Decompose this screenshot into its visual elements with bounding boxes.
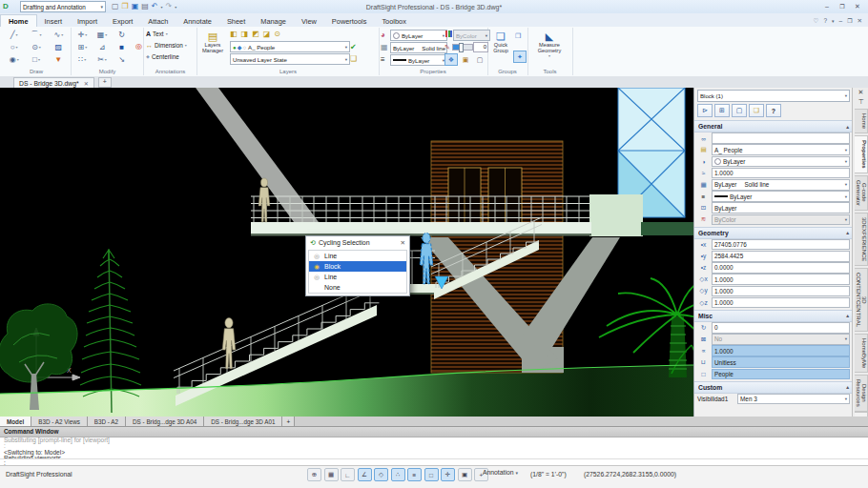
modify-mirror-button[interactable]: ⊿ (93, 41, 113, 53)
ribbon-options-chevron-icon[interactable] (832, 17, 835, 25)
snap-toggle[interactable]: ⊕ (307, 468, 321, 481)
sheet-tab-model[interactable]: Model (0, 417, 31, 426)
line-weight-select[interactable]: ByLayer (712, 191, 850, 202)
help-icon[interactable] (823, 17, 827, 25)
doc-close-button[interactable] (858, 17, 862, 25)
print-icon[interactable]: ▤ (141, 2, 149, 11)
chevron-down-icon[interactable]: ▾ (38, 57, 40, 62)
layer-tool-icon[interactable]: ◪ (263, 29, 271, 39)
close-button[interactable] (853, 3, 862, 10)
popup-item-none[interactable]: None (309, 282, 406, 293)
draw-hatch-button[interactable]: ▨ (48, 41, 70, 53)
sheet-tab-bridge-a04[interactable]: DS - Bridg...dge 3D A04 (126, 417, 204, 426)
edit-block-button[interactable]: ❏ (749, 104, 764, 117)
tab-annotate[interactable]: Annotate (176, 15, 219, 27)
popup-item-line[interactable]: ◎Line (309, 251, 406, 261)
sheet-tab-bridge-a01[interactable]: DS - Bridg...dge 3D A01 (204, 417, 282, 426)
tab-powertools[interactable]: Powertools (324, 15, 375, 27)
tab-home[interactable]: Home (0, 14, 37, 27)
popup-title-bar[interactable]: ⟲ Cycling Selection (306, 236, 409, 249)
document-tab[interactable]: DS - Bridge 3D.dwg* (13, 77, 94, 88)
quick-input-toggle[interactable]: ✛ (441, 468, 455, 481)
transparency-value[interactable]: 0 (473, 42, 488, 52)
layer-select[interactable]: A_ People (712, 144, 850, 155)
chevron-down-icon[interactable]: ▾ (185, 43, 187, 48)
quick-group-button[interactable]: ❏ Quick Group (488, 29, 513, 53)
tab-manage[interactable]: Manage (253, 15, 294, 27)
close-icon[interactable] (84, 80, 89, 87)
strip-tab-home[interactable]: Home (855, 109, 868, 133)
group-toggle[interactable]: ✦ (513, 51, 527, 63)
chevron-down-icon[interactable]: ▾ (17, 57, 19, 62)
tab-toolbox[interactable]: Toolbox (374, 15, 413, 27)
modify-move-button[interactable]: ✛▾ (72, 29, 93, 41)
new-sheet-button[interactable]: + (282, 417, 295, 426)
strip-tab-3dcontentcentral[interactable]: 3D CONTENTCENTRAL (855, 268, 868, 332)
line-color-select[interactable]: ByLayer (712, 156, 850, 168)
draw-arc-button[interactable]: ⌒▾ (25, 29, 47, 41)
chevron-down-icon[interactable]: ▾ (39, 45, 41, 50)
tab-export[interactable]: Export (105, 15, 140, 27)
select-matching-button[interactable]: ▢ (732, 104, 747, 117)
annotation-scale-select[interactable]: Annotation (483, 469, 518, 476)
polar-toggle[interactable]: ∠ (358, 468, 372, 481)
feedback-heart-icon[interactable] (814, 17, 819, 25)
strip-tab-gcode-generator[interactable]: G-code Generator (855, 175, 868, 211)
position-y-field[interactable]: 2584.4425 (712, 251, 850, 262)
help-button[interactable]: ? (766, 104, 781, 117)
chevron-down-icon[interactable]: ▾ (61, 32, 63, 37)
etrack-toggle[interactable]: ∴ (391, 468, 405, 481)
block-name-field[interactable]: People (712, 369, 850, 380)
line-color-select[interactable]: ByLayer (390, 30, 447, 41)
save-file-icon[interactable]: ▣ (132, 2, 139, 11)
chevron-down-icon[interactable]: ▾ (39, 32, 41, 37)
tab-import[interactable]: Import (70, 15, 105, 27)
tab-view[interactable]: View (294, 15, 324, 27)
workspace-select[interactable]: Drafting and Annotation (20, 1, 106, 12)
annotation-scale-toggle[interactable]: ▣ (458, 468, 472, 481)
transparency-toggle[interactable]: □ (424, 468, 439, 481)
block-unit-field[interactable]: Unitless (712, 356, 850, 368)
strip-tab-properties[interactable]: Properties (855, 135, 868, 173)
open-file-icon[interactable]: ❐ (122, 2, 129, 11)
modify-stretch-button[interactable]: ↘ (112, 53, 132, 66)
chevron-down-icon[interactable]: ▾ (105, 57, 107, 62)
tab-insert[interactable]: Insert (37, 15, 70, 27)
draw-circle-button[interactable]: ○▾ (3, 41, 25, 53)
strip-tab-design-resources[interactable]: Design Resources (855, 375, 868, 412)
layer-state-tool-icon[interactable]: ❏ (350, 53, 357, 64)
transparency-slider[interactable] (452, 44, 473, 51)
sheet-toggle[interactable]: ▢ (473, 53, 486, 66)
section-general[interactable]: General (694, 120, 853, 132)
select-entities-button[interactable]: ⊳ (697, 104, 713, 117)
new-file-icon[interactable]: ▢ (112, 2, 119, 11)
chevron-down-icon[interactable]: ▾ (16, 32, 18, 37)
chevron-down-icon[interactable]: ▾ (16, 45, 18, 50)
esnap-toggle[interactable]: ◇ (374, 468, 388, 481)
close-icon[interactable] (401, 239, 405, 247)
draw-polygon-button[interactable]: ▼ (48, 53, 70, 66)
section-geometry[interactable]: Geometry (694, 227, 853, 239)
position-z-field[interactable]: 0.0000 (712, 262, 850, 274)
chevron-down-icon[interactable]: ▾ (85, 32, 87, 37)
entity-selector[interactable]: Block (1) (697, 90, 850, 102)
scale-x-field[interactable]: 1.0000 (712, 274, 850, 285)
rotation-field[interactable]: 0 (712, 322, 850, 334)
tab-sheet[interactable]: Sheet (219, 15, 253, 27)
image-toggle[interactable]: ▣ (459, 53, 472, 66)
redo-icon[interactable]: ↷ (166, 2, 173, 11)
draw-line-button[interactable]: ╱▾ (3, 29, 25, 41)
scale-y-field[interactable]: 1.0000 (712, 286, 850, 297)
line-weight-select[interactable]: ByLayer (390, 54, 447, 66)
line-style-select[interactable]: ByLayerSolid line (390, 42, 447, 53)
layer-tool-icon[interactable]: ⊙ (274, 29, 280, 39)
popup-item-block[interactable]: ◉Block (309, 261, 406, 272)
draw-spline-button[interactable]: ∿▾ (48, 29, 70, 41)
command-window-header[interactable]: Command Window (0, 427, 868, 437)
line-style-select[interactable]: ByLayerSolid line (712, 179, 850, 191)
strip-tab-homebyme[interactable]: HomeByMe (855, 334, 868, 373)
layer-tool-icon[interactable]: ◧ (230, 29, 238, 39)
lineweight-toggle[interactable]: ≡ (407, 468, 422, 481)
visibility-select[interactable]: Men 3 (737, 394, 850, 405)
layer-tool-icon[interactable]: ◩ (252, 29, 259, 39)
